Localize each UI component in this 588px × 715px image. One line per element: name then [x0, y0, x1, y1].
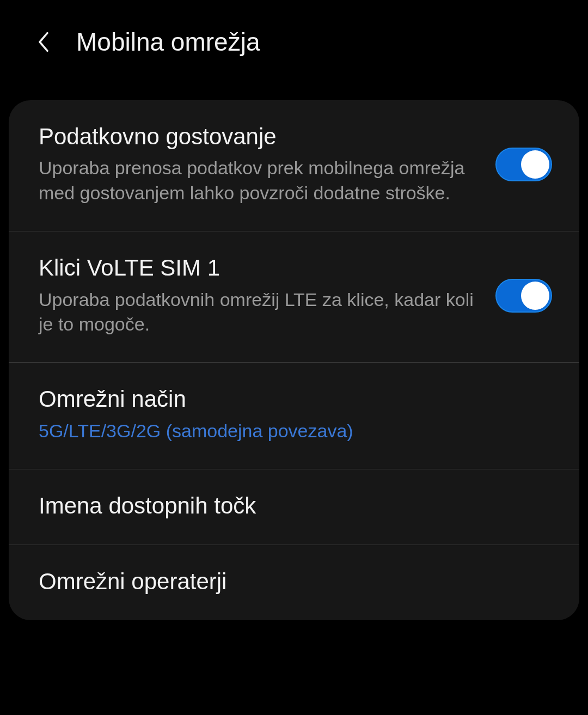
volte-title: Klici VoLTE SIM 1 [39, 254, 479, 282]
back-icon[interactable] [33, 31, 54, 53]
network-mode-row[interactable]: Omrežni način 5G/LTE/3G/2G (samodejna po… [9, 363, 579, 469]
network-mode-title: Omrežni način [39, 386, 536, 413]
volte-row[interactable]: Klici VoLTE SIM 1 Uporaba podatkovnih om… [9, 231, 579, 363]
data-roaming-row[interactable]: Podatkovno gostovanje Uporaba prenosa po… [9, 100, 579, 231]
network-mode-text: Omrežni način 5G/LTE/3G/2G (samodejna po… [39, 386, 552, 443]
data-roaming-text: Podatkovno gostovanje Uporaba prenosa po… [39, 123, 495, 206]
volte-toggle[interactable] [495, 279, 552, 313]
header: Mobilna omrežja [0, 0, 588, 84]
apn-title: Imena dostopnih točk [39, 492, 536, 520]
page-title: Mobilna omrežja [76, 27, 260, 57]
operators-title: Omrežni operaterji [39, 568, 536, 595]
data-roaming-toggle[interactable] [495, 148, 552, 181]
toggle-knob [521, 150, 549, 179]
volte-text: Klici VoLTE SIM 1 Uporaba podatkovnih om… [39, 254, 495, 337]
settings-panel: Podatkovno gostovanje Uporaba prenosa po… [9, 100, 579, 620]
operators-text: Omrežni operaterji [39, 568, 552, 595]
data-roaming-title: Podatkovno gostovanje [39, 123, 479, 150]
volte-subtitle: Uporaba podatkovnih omrežij LTE za klice… [39, 288, 479, 338]
network-mode-value: 5G/LTE/3G/2G (samodejna povezava) [39, 419, 536, 444]
operators-row[interactable]: Omrežni operaterji [9, 545, 579, 620]
data-roaming-subtitle: Uporaba prenosa podatkov prek mobilnega … [39, 156, 479, 206]
toggle-knob [521, 282, 549, 310]
apn-row[interactable]: Imena dostopnih točk [9, 469, 579, 545]
apn-text: Imena dostopnih točk [39, 492, 552, 520]
